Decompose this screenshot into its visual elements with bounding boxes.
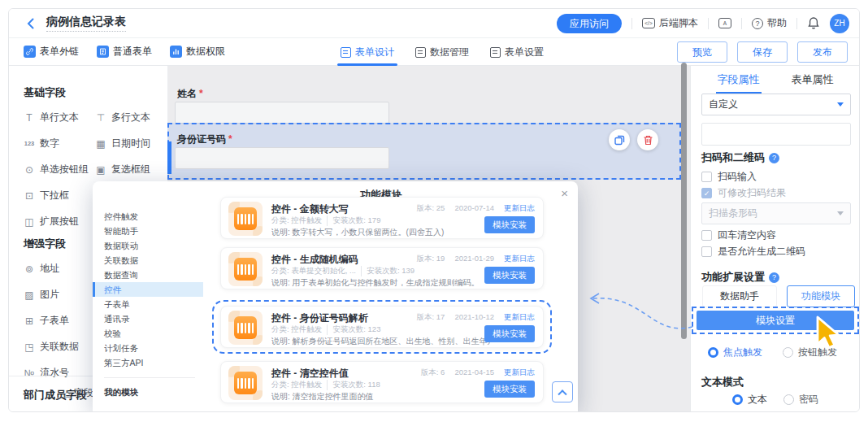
func-module-button[interactable]: 功能模块	[787, 285, 855, 307]
toolbar-actions: 预览 保存 发布	[677, 41, 848, 63]
publish-button[interactable]: 发布	[797, 41, 848, 63]
menu-item[interactable]: 子表单	[93, 297, 203, 311]
module-version: 版本: 192021-01-29更新日志	[417, 254, 535, 264]
delete-field-button[interactable]	[637, 129, 658, 150]
image-icon: ▨	[24, 289, 35, 301]
field-value-input[interactable]	[701, 123, 851, 146]
changelog-link[interactable]: 更新日志	[504, 312, 535, 323]
checkbox-label: 可修改扫码结果	[718, 186, 786, 200]
data-permission-button[interactable]: 数据权限	[170, 45, 225, 59]
bell-icon[interactable]	[807, 16, 820, 30]
radio-icon	[783, 347, 793, 358]
question-icon[interactable]: ?	[769, 153, 779, 163]
form-external-link-button[interactable]: 表单外链	[24, 45, 79, 59]
address-book-icon[interactable]: A	[718, 18, 731, 28]
radio-selected-icon	[732, 394, 743, 405]
changelog-link[interactable]: 更新日志	[504, 254, 535, 264]
close-icon[interactable]: ×	[561, 186, 568, 200]
module-desc: 说明: 数字转大写，小数只保留两位。(四舍五入)	[271, 227, 491, 238]
data-manage-icon	[415, 47, 426, 58]
menu-item[interactable]: 关联数据	[93, 253, 203, 268]
field-checkbox-group[interactable]: ▣复选框组	[95, 163, 160, 176]
menu-item[interactable]: 数据联动	[93, 238, 203, 253]
question-icon[interactable]: ?	[769, 272, 779, 283]
field-image[interactable]: ▨图片	[24, 288, 95, 302]
menu-item[interactable]: 数据查询	[93, 268, 203, 282]
module-version: 版本: 62021-04-15更新日志	[421, 368, 535, 378]
field-type-value: 自定义	[709, 98, 738, 111]
module-card-random-code[interactable]: 控件 - 生成随机编码 分类: 表单提交初始化, ...安装次数: 139 版本…	[220, 247, 544, 289]
field-related-data[interactable]: ◳关联数据	[24, 340, 95, 354]
form-settings-icon	[490, 47, 501, 58]
field-radio-group[interactable]: ⊙单选按钮组	[24, 163, 95, 176]
field-name-input[interactable]	[175, 102, 389, 124]
backend-script-button[interactable]: </> 后端脚本	[642, 16, 698, 30]
scan-mode-select[interactable]: 扫描条形码	[701, 202, 851, 224]
menu-item-active[interactable]: 控件	[93, 282, 203, 297]
back-icon[interactable]	[24, 16, 38, 31]
module-card-clear-value[interactable]: 控件 - 清空控件值 分类: 控件触发安装次数: 118 版本: 62021-0…	[220, 361, 544, 403]
install-module-button[interactable]: 模块安装	[484, 216, 535, 233]
avatar[interactable]: ZH	[830, 14, 849, 33]
checkbox-editable-result[interactable]: ✓ 可修改扫码结果	[701, 186, 786, 200]
menu-item[interactable]: 计划任务	[93, 341, 203, 355]
checkbox-enter-clear[interactable]: 回车清空内容	[701, 228, 776, 242]
checkbox-allow-qr[interactable]: 是否允许生成二维码	[701, 245, 805, 259]
field-extend-button[interactable]: ◫扩展按钮	[24, 215, 95, 228]
save-button[interactable]: 保存	[737, 41, 788, 63]
module-card-idcard-parse[interactable]: 控件 - 身份证号码解析 分类: 控件触发安装次数: 123 版本: 17202…	[220, 306, 544, 348]
menu-item[interactable]: 通讯录	[93, 311, 203, 326]
changelog-link[interactable]: 更新日志	[504, 203, 535, 214]
module-card-amount-capitalize[interactable]: 控件 - 金额转大写 分类: 控件触发安装次数: 179 版本: 252020-…	[220, 197, 544, 239]
install-module-button[interactable]: 模块安装	[484, 325, 535, 342]
radio-password-mode[interactable]: 密码	[783, 393, 818, 407]
checkbox-scan-input[interactable]: 扫码输入	[701, 170, 757, 184]
app-access-button[interactable]: 应用访问	[557, 14, 622, 33]
radio-focus-trigger[interactable]: 焦点触发	[708, 346, 762, 359]
install-module-button[interactable]: 模块安装	[484, 267, 535, 284]
tab-field-props[interactable]: 字段属性	[718, 72, 760, 94]
field-number[interactable]: 123数字	[24, 137, 95, 150]
canvas-scrollbar[interactable]	[681, 63, 687, 339]
address-icon: ⊚	[24, 263, 35, 275]
changelog-link[interactable]: 更新日志	[504, 368, 535, 378]
menu-item[interactable]: 控件触发	[93, 209, 203, 224]
menu-my-modules[interactable]: 我的模块	[93, 385, 203, 399]
checkbox-icon	[701, 172, 712, 182]
field-address[interactable]: ⊚地址	[24, 262, 95, 276]
radio-button-trigger[interactable]: 按钮触发	[783, 346, 837, 359]
chevron-up-icon	[558, 389, 566, 398]
field-type-select[interactable]: 自定义	[701, 94, 851, 115]
field-label: 日期时间	[111, 137, 150, 150]
help-button[interactable]: ? 帮助	[752, 16, 787, 30]
field-label: 地址	[40, 262, 59, 276]
menu-item[interactable]: 第三方API	[93, 355, 203, 370]
menu-item[interactable]: 校验	[93, 326, 203, 341]
field-subform[interactable]: ⊞子表单	[24, 314, 95, 328]
radio-text-mode[interactable]: 文本	[732, 393, 767, 407]
scroll-top-button[interactable]	[552, 381, 573, 402]
module-version: 版本: 172021-10-12更新日志	[417, 312, 535, 323]
module-setting-button[interactable]: 模块设置	[697, 311, 854, 330]
copy-icon	[614, 135, 625, 146]
drag-handle[interactable]	[167, 141, 171, 174]
preview-button[interactable]: 预览	[677, 41, 727, 63]
field-idcard-input[interactable]	[175, 147, 389, 169]
divider	[708, 18, 709, 29]
normal-form-button[interactable]: 普通表单	[97, 45, 152, 59]
tab-form-design[interactable]: 表单设计	[341, 38, 394, 66]
field-multi-line-text[interactable]: ⊤多行文本	[95, 111, 160, 124]
tab-data-manage[interactable]: 数据管理	[415, 38, 469, 66]
tab-form-settings[interactable]: 表单设置	[490, 38, 544, 66]
radio-label: 文本	[748, 393, 767, 407]
data-helper-button[interactable]: 数据助手	[702, 285, 777, 307]
copy-field-button[interactable]	[609, 129, 630, 150]
menu-divider	[104, 377, 195, 378]
field-single-line-text[interactable]: T单行文本	[24, 111, 95, 124]
tab-form-settings-label: 表单设置	[505, 46, 544, 59]
install-module-button[interactable]: 模块安装	[484, 381, 535, 398]
field-datetime[interactable]: ▦日期时间	[95, 137, 160, 150]
tab-form-props[interactable]: 表单属性	[792, 72, 834, 94]
menu-item[interactable]: 智能助手	[93, 224, 203, 238]
field-select[interactable]: ⊡下拉框	[24, 189, 95, 202]
